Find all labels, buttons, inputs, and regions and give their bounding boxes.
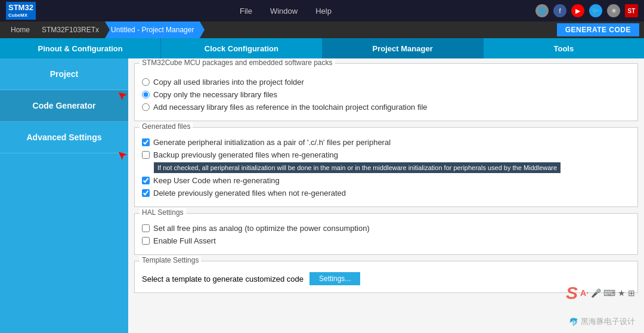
radio-copy-necessary-input[interactable] <box>142 91 150 98</box>
network-icon[interactable]: ✳ <box>607 4 620 17</box>
main-tabs: Pinout & Configuration Clock Configurati… <box>0 38 644 58</box>
sidebar-item-code-generator[interactable]: Code Generator <box>0 90 128 122</box>
menu-window[interactable]: Window <box>270 7 298 16</box>
checkbox-delete-generated-input[interactable] <box>142 189 150 197</box>
dolphin-text: 黑海豚电子设计 <box>581 316 635 327</box>
checkbox-backup[interactable]: Backup previously generated files when r… <box>142 149 630 161</box>
radio-add-reference[interactable]: Add necessary library files as reference… <box>142 101 630 113</box>
radio-copy-all[interactable]: Copy all used libraries into the project… <box>142 76 630 88</box>
stm32-logo: STM32 CubeMX <box>6 2 36 19</box>
radio-copy-all-input[interactable] <box>142 78 150 86</box>
watermark-a: A· <box>580 288 589 298</box>
checkbox-keep-user-code[interactable]: Keep User Code when re-generating <box>142 174 630 187</box>
checkbox-full-assert-input[interactable] <box>142 237 150 245</box>
checkbox-backup-input[interactable] <box>142 151 150 159</box>
checkbox-analog-pins-input[interactable] <box>142 224 150 232</box>
watermark-star: ★ <box>618 288 626 298</box>
checkbox-peripheral-init[interactable]: Generate peripheral initialization as a … <box>142 136 630 149</box>
breadcrumb-home[interactable]: Home <box>5 21 36 38</box>
logo-area: STM32 CubeMX <box>6 2 36 19</box>
mcu-packages-title: STM32Cube MCU packages and embedded soft… <box>140 58 335 67</box>
tab-clock[interactable]: Clock Configuration <box>161 38 322 58</box>
tooltip-backup: If not checked, all peripheral initializ… <box>154 162 561 173</box>
watermark-mic: 🎤 <box>591 288 601 298</box>
watermark-keyboard: ⌨ <box>603 288 615 298</box>
checkbox-full-assert[interactable]: Enable Full Assert <box>142 235 630 247</box>
menu-bar: File Window Help <box>48 7 524 16</box>
menu-help[interactable]: Help <box>315 7 332 16</box>
hal-settings-title: HAL Settings <box>140 208 186 217</box>
settings-button[interactable]: Settings... <box>309 272 360 285</box>
mcu-packages-section: STM32Cube MCU packages and embedded soft… <box>134 63 638 121</box>
checkbox-analog-pins[interactable]: Set all free pins as analog (to optimize… <box>142 222 630 235</box>
watermark-area: S A· 🎤 ⌨ ★ ⊞ <box>566 283 635 303</box>
checkbox-peripheral-init-input[interactable] <box>142 138 150 146</box>
tab-tools[interactable]: Tools <box>484 38 644 58</box>
breadcrumb-bar: Home STM32F103RETx Untitled - Project Ma… <box>0 21 644 38</box>
st-icon[interactable]: ST <box>625 4 638 17</box>
radio-add-reference-input[interactable] <box>142 103 150 111</box>
watermark-s: S <box>566 283 578 303</box>
tab-pinout[interactable]: Pinout & Configuration <box>0 38 161 58</box>
dolphin-watermark: 🐬 黑海豚电子设计 <box>569 316 635 327</box>
mcu-packages-options: Copy all used libraries into the project… <box>142 72 630 113</box>
youtube-icon[interactable]: ▶ <box>571 4 584 17</box>
radio-copy-necessary[interactable]: Copy only the necessary library files <box>142 88 630 101</box>
sidebar-item-project[interactable]: Project <box>0 58 128 90</box>
breadcrumb-project[interactable]: Untitled - Project Manager <box>105 21 200 38</box>
content-area: Project Code Generator Advanced Settings… <box>0 58 644 333</box>
hal-settings-section: HAL Settings Set all free pins as analog… <box>134 213 638 255</box>
generated-files-title: Generated files <box>140 122 193 131</box>
checkbox-keep-user-code-input[interactable] <box>142 177 150 184</box>
web-icon[interactable]: 🌐 <box>535 4 549 17</box>
breadcrumb-device[interactable]: STM32F103RETx <box>36 21 105 38</box>
twitter-icon[interactable]: 🐦 <box>589 4 602 17</box>
sidebar: Project Code Generator Advanced Settings <box>0 58 128 333</box>
top-bar: STM32 CubeMX File Window Help 🌐 f ▶ 🐦 ✳ … <box>0 0 644 21</box>
watermark-grid: ⊞ <box>628 288 635 298</box>
facebook-icon[interactable]: f <box>553 4 566 17</box>
social-icons: 🌐 f ▶ 🐦 ✳ ST <box>535 4 638 17</box>
generated-files-section: Generated files Generate peripheral init… <box>134 127 638 207</box>
template-label: Select a template to generate customized… <box>142 275 304 283</box>
tab-project-manager[interactable]: Project Manager <box>323 38 484 58</box>
generate-code-button[interactable]: GENERATE CODE <box>557 23 639 36</box>
template-settings-section: Template Settings Select a template to g… <box>134 261 638 293</box>
sidebar-item-advanced-settings[interactable]: Advanced Settings <box>0 122 128 153</box>
checkbox-delete-generated[interactable]: Delete previously generated files when n… <box>142 187 630 199</box>
template-row: Select a template to generate customized… <box>142 270 630 285</box>
dolphin-icon: 🐬 <box>569 317 578 326</box>
menu-file[interactable]: File <box>240 7 252 16</box>
template-settings-title: Template Settings <box>140 256 201 264</box>
